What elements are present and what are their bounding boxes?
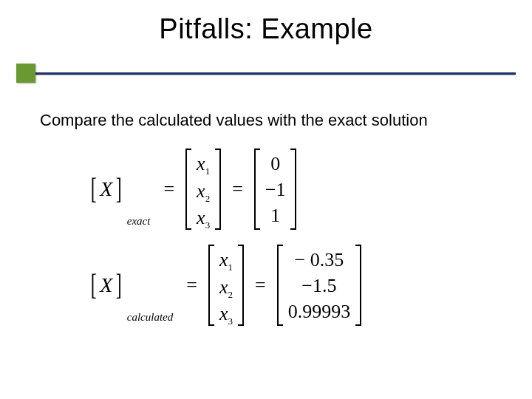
vector-entry: x3 xyxy=(219,301,233,328)
equals-sign: = xyxy=(159,178,179,200)
variable-vector: x1 x2 x3 xyxy=(206,244,246,327)
accent-decoration xyxy=(0,64,532,86)
lhs-subscript: calculated xyxy=(127,311,173,324)
right-bracket-icon: ] xyxy=(116,179,122,200)
vector-entry: x3 xyxy=(197,205,210,232)
equation-calculated: [ X ] calculated = x1 x2 x3 = xyxy=(89,244,364,327)
right-bracket-icon: ] xyxy=(116,275,122,296)
vector-value: −1 xyxy=(265,177,286,202)
math-area: [ X ] exact = x1 x2 x3 = xyxy=(89,148,364,340)
accent-line xyxy=(16,72,516,75)
left-bracket-icon xyxy=(275,244,285,327)
title-area: Pitfalls: Example xyxy=(0,0,532,45)
slide: Pitfalls: Example Compare the calculated… xyxy=(0,0,532,399)
slide-title: Pitfalls: Example xyxy=(0,13,532,45)
vector-entry: x2 xyxy=(197,178,210,205)
lhs-bracketed: [ X ] xyxy=(89,177,124,201)
right-bracket-icon xyxy=(353,244,364,327)
lhs-subscript: exact xyxy=(127,215,151,228)
left-bracket-icon xyxy=(183,148,194,231)
equals-sign: = xyxy=(182,274,202,296)
lhs-variable: X xyxy=(98,273,114,297)
vector-value: 0.99993 xyxy=(288,299,351,324)
body-text: Compare the calculated values with the e… xyxy=(40,111,428,130)
left-bracket-icon: [ xyxy=(91,179,97,200)
value-vector: 0 −1 1 xyxy=(252,148,299,231)
vector-entry: x2 xyxy=(219,274,233,301)
vector-value: − 0.35 xyxy=(288,247,351,273)
vector-value: 1 xyxy=(265,202,286,228)
right-bracket-icon xyxy=(236,244,246,327)
left-bracket-icon xyxy=(206,244,216,327)
variable-vector: x1 x2 x3 xyxy=(183,148,223,231)
vector-entry: x1 xyxy=(197,151,210,178)
lhs-bracketed: [ X ] xyxy=(89,273,124,297)
value-vector: − 0.35 −1.5 0.99993 xyxy=(275,244,364,327)
right-bracket-icon xyxy=(213,148,223,231)
lhs-variable: X xyxy=(98,177,114,201)
right-bracket-icon xyxy=(288,148,299,231)
left-bracket-icon: [ xyxy=(91,275,97,296)
left-bracket-icon xyxy=(252,148,262,231)
vector-value: 0 xyxy=(265,151,286,177)
equation-exact: [ X ] exact = x1 x2 x3 = xyxy=(89,148,364,231)
vector-value: −1.5 xyxy=(288,273,351,299)
accent-square-icon xyxy=(16,64,35,83)
equals-sign: = xyxy=(228,178,248,200)
vector-entry: x1 xyxy=(219,247,233,274)
equals-sign: = xyxy=(250,274,270,296)
